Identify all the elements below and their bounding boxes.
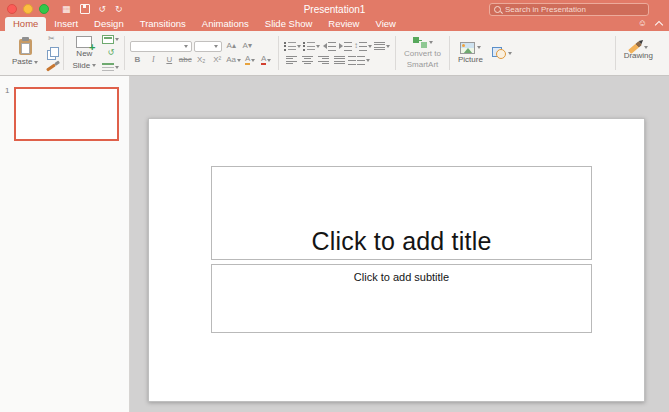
slides-group: New Slide ↺ <box>65 33 123 73</box>
lines-glyph <box>357 56 365 65</box>
picture-button[interactable]: Picture <box>455 41 486 66</box>
undo-icon[interactable]: ↺ <box>99 5 107 14</box>
close-window-button[interactable] <box>7 4 17 14</box>
cut-icon: ✂ <box>48 35 55 43</box>
save-icon[interactable] <box>80 4 90 14</box>
dropdown-arrow <box>184 45 188 48</box>
dropdown-arrow <box>368 45 372 48</box>
tab-transitions[interactable]: Transitions <box>132 17 194 31</box>
decrease-indent-button[interactable] <box>322 41 336 52</box>
clipboard-group: Paste ✂ <box>5 33 62 73</box>
text-highlight-button[interactable]: A <box>243 55 257 66</box>
slide-editor[interactable]: Click to add title Click to add subtitle <box>148 118 645 402</box>
reset-slide-button[interactable]: ↺ <box>102 48 119 59</box>
underline-icon: U <box>166 56 172 64</box>
titlebar: ▦ ↺ ↻ Presentation1 Search in Presentati… <box>0 0 669 18</box>
font-size-select[interactable] <box>194 41 222 52</box>
justify-button[interactable] <box>332 55 346 66</box>
search-icon <box>494 6 501 13</box>
reset-slide-icon: ↺ <box>107 49 114 57</box>
shapes-button[interactable] <box>489 46 515 60</box>
bold-button[interactable]: B <box>130 55 144 66</box>
convert-to-smartart-button[interactable]: Convert to SmartArt <box>401 36 444 71</box>
increase-indent-button[interactable] <box>338 41 352 52</box>
slide-layout-button[interactable] <box>102 34 119 45</box>
align-center-button[interactable] <box>300 55 314 66</box>
justify-icon <box>334 56 345 65</box>
tab-view[interactable]: View <box>367 17 403 31</box>
group-divider <box>449 36 450 70</box>
slide-thumbnail-selected[interactable] <box>14 87 119 141</box>
dropdown-arrow <box>92 64 96 67</box>
dropdown-arrow <box>297 45 301 48</box>
lines-glyph <box>344 42 352 51</box>
title-placeholder[interactable]: Click to add title <box>211 166 592 260</box>
copy-button[interactable] <box>44 48 58 59</box>
bullets-button[interactable] <box>284 41 301 52</box>
cut-button[interactable]: ✂ <box>44 34 58 45</box>
align-center-icon <box>302 56 313 65</box>
dropdown-arrow <box>386 45 390 48</box>
numbering-button[interactable] <box>303 41 320 52</box>
superscript-icon: X² <box>213 56 221 64</box>
align-right-button[interactable] <box>316 55 330 66</box>
columns-button[interactable] <box>348 55 370 66</box>
feedback-smiley-icon[interactable]: ☺ <box>638 19 647 28</box>
tab-animations[interactable]: Animations <box>194 17 257 31</box>
change-case-button[interactable]: Aa <box>226 55 241 66</box>
paragraph-group: ↕ <box>280 33 394 73</box>
tab-insert[interactable]: Insert <box>46 17 86 31</box>
lines-glyph <box>328 42 336 51</box>
increase-font-size-icon: A▴ <box>227 42 236 50</box>
increase-font-size-button[interactable]: A▴ <box>224 41 238 52</box>
new-slide-icon <box>76 36 92 48</box>
new-slide-button[interactable]: New Slide <box>69 35 99 71</box>
tab-design[interactable]: Design <box>86 17 132 31</box>
group-divider <box>124 36 125 70</box>
text-highlight-icon: A <box>245 55 250 65</box>
decrease-font-size-button[interactable]: A▾ <box>240 41 254 52</box>
title-placeholder-text: Click to add title <box>311 227 491 256</box>
format-painter-icon <box>47 63 57 71</box>
italic-button[interactable]: I <box>146 55 160 66</box>
redo-icon[interactable]: ↻ <box>115 5 123 14</box>
line-spacing-button[interactable]: ↕ <box>354 41 372 52</box>
search-input[interactable]: Search in Presentation <box>489 3 649 16</box>
dropdown-arrow <box>366 59 370 62</box>
collapse-ribbon-chevron-icon[interactable] <box>655 20 663 28</box>
dropdown-arrow <box>115 66 119 69</box>
underline-button[interactable]: U <box>162 55 176 66</box>
view-grid-icon[interactable]: ▦ <box>62 5 71 14</box>
zoom-window-button[interactable] <box>39 4 49 14</box>
traffic-lights <box>7 4 49 14</box>
align-right-icon <box>318 56 329 65</box>
minimize-window-button[interactable] <box>23 4 33 14</box>
text-direction-button[interactable] <box>374 41 390 52</box>
superscript-button[interactable]: X² <box>210 55 224 66</box>
section-button[interactable] <box>102 62 119 73</box>
format-painter-button[interactable] <box>44 62 58 73</box>
group-divider <box>63 36 64 70</box>
paste-button[interactable]: Paste <box>9 38 41 67</box>
smartart-group: Convert to SmartArt <box>397 33 448 73</box>
align-left-button[interactable] <box>284 55 298 66</box>
subscript-button[interactable]: X₂ <box>194 55 208 66</box>
tab-home[interactable]: Home <box>5 17 46 31</box>
font-color-button[interactable]: A <box>259 55 273 66</box>
tab-review[interactable]: Review <box>320 17 367 31</box>
strikethrough-button[interactable]: abc <box>178 55 192 66</box>
drawing-button[interactable]: Drawing <box>621 44 656 62</box>
decrease-font-size-icon: A▾ <box>243 42 252 50</box>
dropdown-arrow <box>34 61 38 64</box>
group-divider <box>395 36 396 70</box>
align-left-icon <box>286 56 297 65</box>
subtitle-placeholder[interactable]: Click to add subtitle <box>211 264 592 333</box>
slide-thumbnail-panel: 1 <box>0 76 130 412</box>
drawing-label: Drawing <box>624 52 653 61</box>
ribbon-tab-bar: Home Insert Design Transitions Animation… <box>0 18 669 31</box>
font-name-select[interactable] <box>130 41 192 52</box>
dropdown-arrow <box>429 41 433 44</box>
group-divider <box>615 36 616 70</box>
bold-icon: B <box>134 56 140 64</box>
tab-slide-show[interactable]: Slide Show <box>257 17 321 31</box>
